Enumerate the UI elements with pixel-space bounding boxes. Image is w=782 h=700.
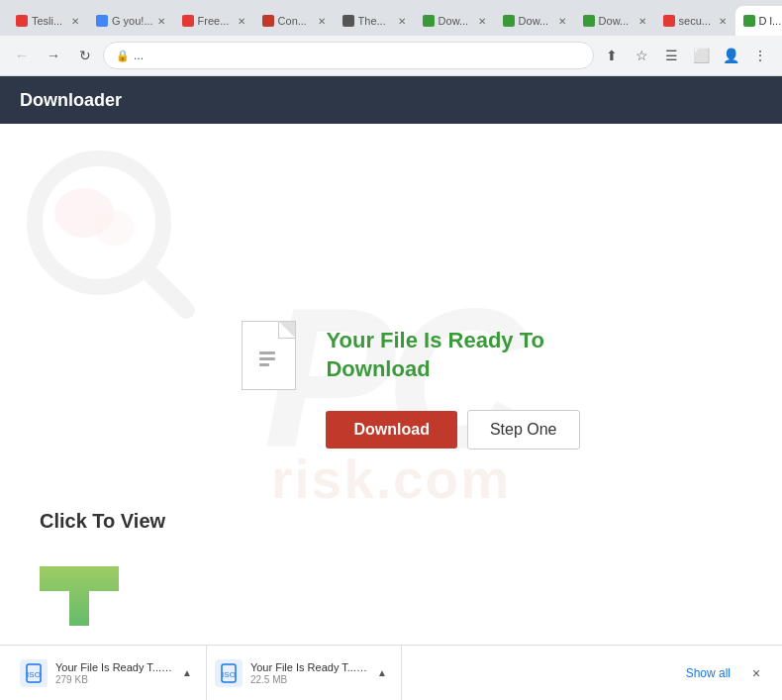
tab-close-5[interactable]: ✕ <box>478 16 486 27</box>
download-bar-close[interactable]: × <box>742 659 770 687</box>
tab-favicon-4 <box>342 15 354 27</box>
file-ready-line2: Download <box>326 355 543 384</box>
center-content: Your File Is Ready To Download Download … <box>242 321 579 450</box>
dl-size-0: 279 KB <box>55 674 174 685</box>
tab-strip: Tesli... ✕ G you!... ✕ Free... ✕ Con... … <box>8 0 782 36</box>
browser-tab-0[interactable]: Tesli... ✕ <box>8 6 87 36</box>
svg-point-2 <box>54 188 114 238</box>
address-bar-row: ← → ↻ 🔒 ... ⬆ ☆ ☰ ⬜ 👤 ⋮ <box>0 36 782 75</box>
tab-favicon-1 <box>96 15 108 27</box>
action-buttons: Download Step One <box>326 410 579 450</box>
file-ready-line1: Your File Is Ready To <box>326 327 543 355</box>
menu-icon[interactable]: ⋮ <box>746 42 774 69</box>
downloader-header: Downloader <box>0 76 782 124</box>
tab-label-0: Tesli... <box>32 15 67 27</box>
click-to-view-text: Click To View <box>40 510 165 533</box>
tab-label-9: D l... <box>759 15 782 27</box>
extensions-icon[interactable]: ☰ <box>657 42 685 69</box>
bookmark-icon[interactable]: ☆ <box>628 42 655 69</box>
tab-label-5: Dow... <box>439 15 474 27</box>
tab-close-7[interactable]: ✕ <box>638 16 646 27</box>
tab-close-2[interactable]: ✕ <box>238 16 245 27</box>
svg-point-3 <box>94 210 134 246</box>
file-ready-text-block: Your File Is Ready To Download <box>326 327 543 383</box>
tab-label-8: secu... <box>679 15 715 27</box>
tab-close-0[interactable]: ✕ <box>71 16 79 27</box>
dl-size-1: 22.5 MB <box>250 674 369 685</box>
svg-text:ISO: ISO <box>27 670 41 679</box>
step-one-button[interactable]: Step One <box>467 410 580 450</box>
browser-tab-3[interactable]: Con... ✕ <box>254 6 334 36</box>
window-icon[interactable]: ⬜ <box>687 42 715 69</box>
dl-info-1: Your File Is Ready T....iso 22.5 MB <box>250 661 369 685</box>
browser-tab-2[interactable]: Free... ✕ <box>174 6 253 36</box>
tab-close-4[interactable]: ✕ <box>398 16 406 27</box>
browser-tab-5[interactable]: Dow... ✕ <box>415 6 494 36</box>
down-arrow-icon <box>40 537 119 626</box>
tab-favicon-7 <box>583 15 595 27</box>
tab-label-3: Con... <box>278 15 314 27</box>
browser-tab-1[interactable]: G you!... ✕ <box>88 6 173 36</box>
tab-close-8[interactable]: ✕ <box>719 16 727 27</box>
dl-name-1: Your File Is Ready T....iso <box>250 661 369 673</box>
tab-favicon-9 <box>743 15 755 27</box>
svg-text:ISO: ISO <box>222 670 236 679</box>
back-button[interactable]: ← <box>8 42 36 69</box>
show-all-button[interactable]: Show all <box>674 666 742 680</box>
download-item-1[interactable]: ISO Your File Is Ready T....iso 22.5 MB … <box>207 646 402 700</box>
forward-button[interactable]: → <box>40 42 67 69</box>
tab-close-6[interactable]: ✕ <box>558 16 566 27</box>
tab-label-6: Dow... <box>519 15 554 27</box>
share-icon[interactable]: ⬆ <box>598 42 626 69</box>
tab-favicon-6 <box>503 15 515 27</box>
tab-favicon-5 <box>423 15 435 27</box>
tab-favicon-0 <box>16 15 28 27</box>
download-item-0[interactable]: ISO Your File Is Ready T....iso 279 KB ▲ <box>12 646 207 700</box>
reload-button[interactable]: ↻ <box>71 42 99 69</box>
browser-tab-8[interactable]: secu... ✕ <box>655 6 734 36</box>
tab-label-4: The... <box>358 15 394 27</box>
dl-info-0: Your File Is Ready T....iso 279 KB <box>55 661 174 685</box>
toolbar-icons: ⬆ ☆ ☰ ⬜ 👤 ⋮ <box>598 42 774 69</box>
magnifier-bg <box>20 144 198 326</box>
file-icon <box>242 321 296 390</box>
address-bar[interactable]: 🔒 ... <box>103 42 594 69</box>
downloader-title: Downloader <box>20 90 122 111</box>
profile-icon[interactable]: 👤 <box>717 42 744 69</box>
tab-close-1[interactable]: ✕ <box>157 16 165 27</box>
tab-label-7: Dow... <box>599 15 635 27</box>
dl-chevron-1[interactable]: ▲ <box>377 667 387 678</box>
tab-close-3[interactable]: ✕ <box>318 16 326 27</box>
browser-tab-7[interactable]: Dow... ✕ <box>575 6 654 36</box>
watermark-risk: risk.com <box>271 448 511 511</box>
browser-tab-6[interactable]: Dow... ✕ <box>495 6 574 36</box>
dl-file-icon-0: ISO <box>20 659 48 687</box>
click-to-view-area: Click To View <box>40 510 165 626</box>
browser-tab-4[interactable]: The... ✕ <box>335 6 414 36</box>
browser-tab-9[interactable]: D l... ✕ <box>735 6 782 36</box>
dl-name-0: Your File Is Ready T....iso <box>55 661 174 673</box>
title-bar: Tesli... ✕ G you!... ✕ Free... ✕ Con... … <box>0 0 782 36</box>
main-area: PC risk.com Click To View <box>0 124 782 646</box>
download-button[interactable]: Download <box>326 411 456 449</box>
download-bar: ISO Your File Is Ready T....iso 279 KB ▲… <box>0 645 782 700</box>
tab-favicon-8 <box>663 15 675 27</box>
dl-file-icon-1: ISO <box>215 659 243 687</box>
tab-favicon-2 <box>182 15 194 27</box>
tab-label-1: G you!... <box>112 15 153 27</box>
lock-icon: 🔒 <box>116 50 130 62</box>
dl-chevron-0[interactable]: ▲ <box>182 667 192 678</box>
svg-rect-5 <box>259 351 275 354</box>
svg-rect-7 <box>259 363 269 366</box>
url-text: ... <box>134 49 581 62</box>
svg-marker-4 <box>40 566 119 626</box>
svg-line-1 <box>148 272 186 310</box>
svg-rect-6 <box>259 357 275 360</box>
tab-favicon-3 <box>262 15 274 27</box>
svg-point-0 <box>35 158 163 287</box>
file-icon-area: Your File Is Ready To Download <box>242 321 543 390</box>
tab-label-2: Free... <box>198 15 234 27</box>
